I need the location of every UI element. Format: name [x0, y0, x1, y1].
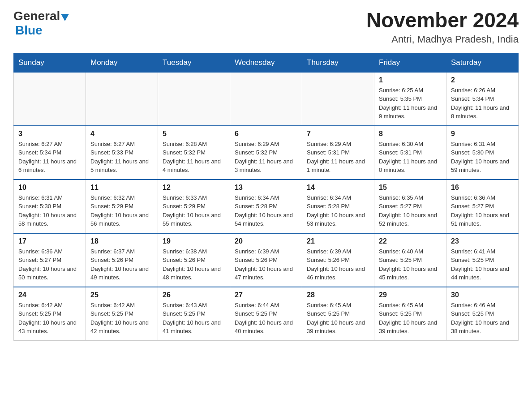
day-info: Sunrise: 6:39 AM Sunset: 5:26 PM Dayligh…	[235, 247, 297, 282]
calendar-day-cell: 10Sunrise: 6:31 AM Sunset: 5:30 PM Dayli…	[14, 180, 86, 233]
calendar-day-cell: 11Sunrise: 6:32 AM Sunset: 5:29 PM Dayli…	[86, 180, 158, 233]
calendar-day-cell: 3Sunrise: 6:27 AM Sunset: 5:34 PM Daylig…	[14, 126, 86, 180]
day-number: 24	[18, 291, 81, 299]
day-info: Sunrise: 6:31 AM Sunset: 5:30 PM Dayligh…	[18, 193, 81, 228]
day-info: Sunrise: 6:34 AM Sunset: 5:28 PM Dayligh…	[307, 193, 369, 228]
day-info: Sunrise: 6:31 AM Sunset: 5:30 PM Dayligh…	[451, 140, 514, 175]
day-info: Sunrise: 6:27 AM Sunset: 5:34 PM Dayligh…	[18, 140, 81, 175]
col-friday: Friday	[374, 53, 446, 72]
day-info: Sunrise: 6:39 AM Sunset: 5:26 PM Dayligh…	[307, 247, 369, 282]
day-number: 22	[379, 237, 442, 245]
day-number: 7	[307, 130, 369, 138]
day-number: 9	[451, 130, 514, 138]
day-number: 20	[235, 237, 297, 245]
calendar-day-cell: 19Sunrise: 6:38 AM Sunset: 5:26 PM Dayli…	[158, 233, 230, 287]
calendar-day-cell	[158, 72, 230, 126]
col-monday: Monday	[86, 53, 158, 72]
col-sunday: Sunday	[14, 53, 86, 72]
day-number: 27	[235, 291, 297, 299]
page-header: General Blue November 2024 Antri, Madhya…	[13, 9, 519, 45]
calendar-day-cell: 9Sunrise: 6:31 AM Sunset: 5:30 PM Daylig…	[446, 126, 519, 180]
day-info: Sunrise: 6:44 AM Sunset: 5:25 PM Dayligh…	[235, 301, 297, 336]
day-info: Sunrise: 6:35 AM Sunset: 5:27 PM Dayligh…	[379, 193, 442, 228]
day-number: 25	[90, 291, 153, 299]
day-info: Sunrise: 6:40 AM Sunset: 5:25 PM Dayligh…	[379, 247, 442, 282]
col-saturday: Saturday	[446, 53, 519, 72]
day-info: Sunrise: 6:45 AM Sunset: 5:25 PM Dayligh…	[379, 301, 442, 336]
day-number: 15	[379, 184, 442, 192]
calendar-day-cell: 1Sunrise: 6:25 AM Sunset: 5:35 PM Daylig…	[374, 72, 446, 126]
calendar-week-row: 10Sunrise: 6:31 AM Sunset: 5:30 PM Dayli…	[14, 180, 519, 233]
day-number: 5	[163, 130, 225, 138]
day-number: 4	[90, 130, 153, 138]
day-number: 6	[235, 130, 297, 138]
day-info: Sunrise: 6:28 AM Sunset: 5:32 PM Dayligh…	[163, 140, 225, 175]
day-number: 12	[163, 184, 225, 192]
calendar-header-row: Sunday Monday Tuesday Wednesday Thursday…	[14, 53, 519, 72]
logo-general-text: General	[13, 9, 60, 23]
day-number: 8	[379, 130, 442, 138]
calendar-day-cell: 24Sunrise: 6:42 AM Sunset: 5:25 PM Dayli…	[14, 287, 86, 341]
calendar-day-cell: 14Sunrise: 6:34 AM Sunset: 5:28 PM Dayli…	[302, 180, 374, 233]
day-info: Sunrise: 6:38 AM Sunset: 5:26 PM Dayligh…	[163, 247, 225, 282]
logo-blue-text: Blue	[15, 23, 43, 37]
day-number: 23	[451, 237, 514, 245]
day-info: Sunrise: 6:26 AM Sunset: 5:34 PM Dayligh…	[451, 86, 514, 121]
col-wednesday: Wednesday	[230, 53, 302, 72]
day-info: Sunrise: 6:41 AM Sunset: 5:25 PM Dayligh…	[451, 247, 514, 282]
day-number: 30	[451, 291, 514, 299]
calendar-day-cell	[14, 72, 86, 126]
calendar-week-row: 24Sunrise: 6:42 AM Sunset: 5:25 PM Dayli…	[14, 287, 519, 341]
day-number: 21	[307, 237, 369, 245]
day-info: Sunrise: 6:30 AM Sunset: 5:31 PM Dayligh…	[379, 140, 442, 175]
calendar-day-cell: 6Sunrise: 6:29 AM Sunset: 5:32 PM Daylig…	[230, 126, 302, 180]
calendar-day-cell: 20Sunrise: 6:39 AM Sunset: 5:26 PM Dayli…	[230, 233, 302, 287]
day-number: 26	[163, 291, 225, 299]
calendar-day-cell: 16Sunrise: 6:36 AM Sunset: 5:27 PM Dayli…	[446, 180, 519, 233]
calendar-day-cell: 17Sunrise: 6:36 AM Sunset: 5:27 PM Dayli…	[14, 233, 86, 287]
day-info: Sunrise: 6:32 AM Sunset: 5:29 PM Dayligh…	[90, 193, 153, 228]
calendar-title: November 2024	[366, 9, 519, 32]
day-info: Sunrise: 6:27 AM Sunset: 5:33 PM Dayligh…	[90, 140, 153, 175]
day-number: 3	[18, 130, 81, 138]
day-number: 11	[90, 184, 153, 192]
calendar-subtitle: Antri, Madhya Pradesh, India	[366, 34, 519, 45]
calendar-week-row: 1Sunrise: 6:25 AM Sunset: 5:35 PM Daylig…	[14, 72, 519, 126]
day-info: Sunrise: 6:45 AM Sunset: 5:25 PM Dayligh…	[307, 301, 369, 336]
day-number: 17	[18, 237, 81, 245]
day-info: Sunrise: 6:37 AM Sunset: 5:26 PM Dayligh…	[90, 247, 153, 282]
calendar-day-cell: 12Sunrise: 6:33 AM Sunset: 5:29 PM Dayli…	[158, 180, 230, 233]
calendar-day-cell	[230, 72, 302, 126]
day-number: 14	[307, 184, 369, 192]
calendar-day-cell: 22Sunrise: 6:40 AM Sunset: 5:25 PM Dayli…	[374, 233, 446, 287]
calendar-week-row: 17Sunrise: 6:36 AM Sunset: 5:27 PM Dayli…	[14, 233, 519, 287]
day-number: 13	[235, 184, 297, 192]
col-tuesday: Tuesday	[158, 53, 230, 72]
calendar-day-cell: 28Sunrise: 6:45 AM Sunset: 5:25 PM Dayli…	[302, 287, 374, 341]
day-info: Sunrise: 6:42 AM Sunset: 5:25 PM Dayligh…	[18, 301, 81, 336]
calendar-day-cell: 23Sunrise: 6:41 AM Sunset: 5:25 PM Dayli…	[446, 233, 519, 287]
calendar-day-cell: 13Sunrise: 6:34 AM Sunset: 5:28 PM Dayli…	[230, 180, 302, 233]
day-number: 2	[451, 76, 514, 84]
calendar-day-cell: 29Sunrise: 6:45 AM Sunset: 5:25 PM Dayli…	[374, 287, 446, 341]
day-number: 1	[379, 76, 442, 84]
day-number: 10	[18, 184, 81, 192]
calendar-day-cell	[302, 72, 374, 126]
calendar-day-cell: 15Sunrise: 6:35 AM Sunset: 5:27 PM Dayli…	[374, 180, 446, 233]
calendar-day-cell: 7Sunrise: 6:29 AM Sunset: 5:31 PM Daylig…	[302, 126, 374, 180]
title-block: November 2024 Antri, Madhya Pradesh, Ind…	[366, 9, 519, 45]
calendar-day-cell: 21Sunrise: 6:39 AM Sunset: 5:26 PM Dayli…	[302, 233, 374, 287]
day-info: Sunrise: 6:43 AM Sunset: 5:25 PM Dayligh…	[163, 301, 225, 336]
day-number: 16	[451, 184, 514, 192]
calendar-day-cell: 25Sunrise: 6:42 AM Sunset: 5:25 PM Dayli…	[86, 287, 158, 341]
calendar-day-cell: 2Sunrise: 6:26 AM Sunset: 5:34 PM Daylig…	[446, 72, 519, 126]
calendar-day-cell: 5Sunrise: 6:28 AM Sunset: 5:32 PM Daylig…	[158, 126, 230, 180]
day-number: 29	[379, 291, 442, 299]
day-info: Sunrise: 6:33 AM Sunset: 5:29 PM Dayligh…	[163, 193, 225, 228]
day-number: 28	[307, 291, 369, 299]
svg-marker-0	[61, 14, 69, 21]
calendar-day-cell: 27Sunrise: 6:44 AM Sunset: 5:25 PM Dayli…	[230, 287, 302, 341]
calendar-day-cell: 18Sunrise: 6:37 AM Sunset: 5:26 PM Dayli…	[86, 233, 158, 287]
day-info: Sunrise: 6:46 AM Sunset: 5:25 PM Dayligh…	[451, 301, 514, 336]
calendar-day-cell: 30Sunrise: 6:46 AM Sunset: 5:25 PM Dayli…	[446, 287, 519, 341]
